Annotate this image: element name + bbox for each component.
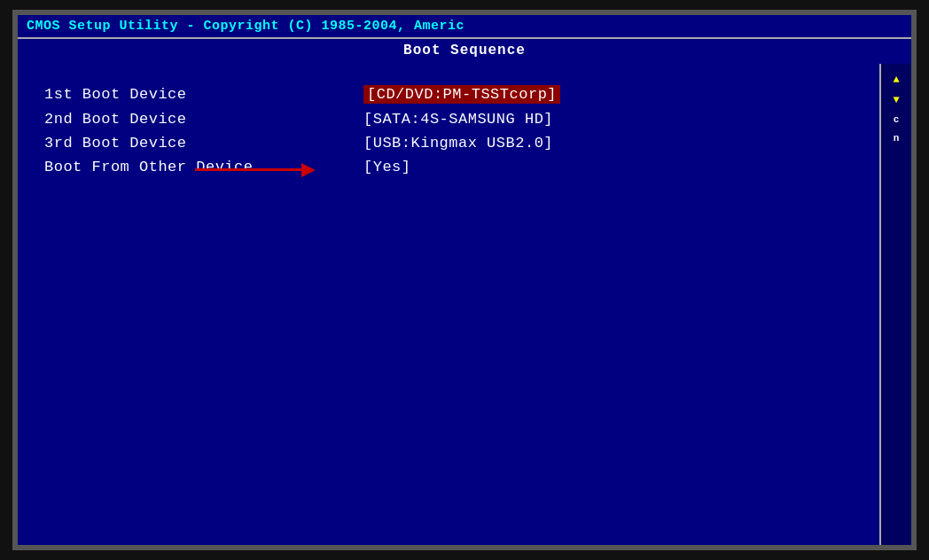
boot-label-3: 3rd Boot Device bbox=[44, 135, 363, 152]
boot-value-3[interactable]: [USB:Kingmax USB2.0] bbox=[363, 135, 553, 152]
left-panel: 1st Boot Device[CD/DVD:PM-TSSTcorp]2nd B… bbox=[18, 64, 879, 545]
sidebar-char-up: ▲ bbox=[885, 73, 908, 88]
boot-row-2[interactable]: 2nd Boot Device[SATA:4S-SAMSUNG HD] bbox=[44, 111, 853, 128]
boot-label-2: 2nd Boot Device bbox=[44, 111, 363, 128]
sub-title-text: Boot Sequence bbox=[403, 43, 526, 58]
right-sidebar: ▲ ▼ c n bbox=[879, 64, 911, 545]
boot-label-4: Boot From Other Device bbox=[44, 159, 363, 175]
boot-row-1[interactable]: 1st Boot Device[CD/DVD:PM-TSSTcorp] bbox=[44, 85, 853, 104]
sidebar-char-c: c bbox=[885, 113, 908, 127]
title-bar: CMOS Setup Utility - Copyright (C) 1985-… bbox=[18, 15, 911, 39]
title-bar-text: CMOS Setup Utility - Copyright (C) 1985-… bbox=[27, 19, 464, 34]
sidebar-char-down: ▼ bbox=[885, 93, 908, 108]
sidebar-char-n: n bbox=[885, 132, 908, 145]
boot-label-1: 1st Boot Device bbox=[44, 86, 363, 103]
boot-row-3[interactable]: 3rd Boot Device[USB:Kingmax USB2.0] bbox=[44, 135, 853, 152]
sub-title-bar: Boot Sequence bbox=[18, 39, 911, 64]
boot-value-1[interactable]: [CD/DVD:PM-TSSTcorp] bbox=[363, 85, 560, 104]
bios-screen: CMOS Setup Utility - Copyright (C) 1985-… bbox=[12, 10, 917, 550]
main-content: 1st Boot Device[CD/DVD:PM-TSSTcorp]2nd B… bbox=[18, 64, 911, 545]
boot-row-4[interactable]: Boot From Other Device[Yes] bbox=[44, 159, 853, 175]
boot-value-2[interactable]: [SATA:4S-SAMSUNG HD] bbox=[363, 111, 553, 128]
boot-value-4[interactable]: [Yes] bbox=[363, 159, 411, 175]
boot-rows: 1st Boot Device[CD/DVD:PM-TSSTcorp]2nd B… bbox=[44, 85, 853, 175]
